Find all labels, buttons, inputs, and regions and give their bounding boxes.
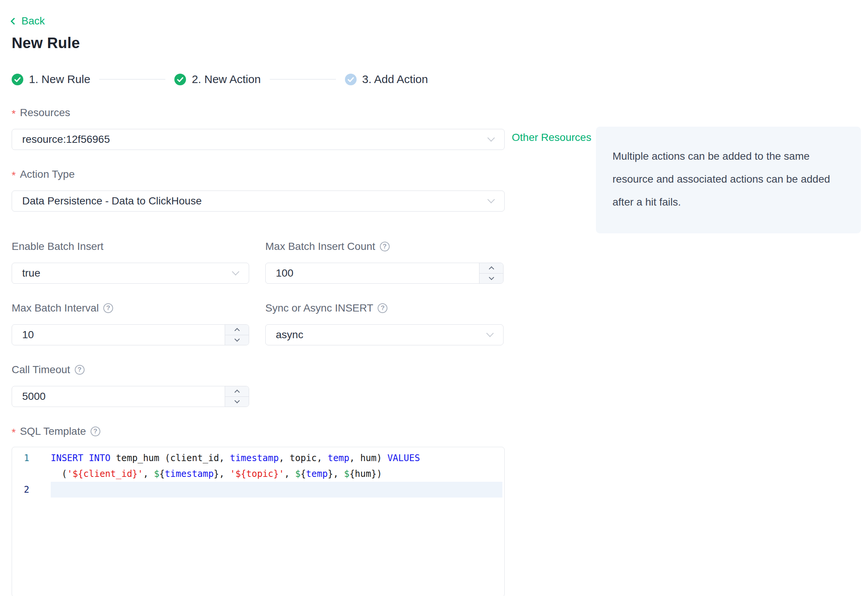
help-icon[interactable]: ?	[103, 303, 113, 313]
chevron-up-icon	[234, 328, 239, 333]
stepper-up-button[interactable]	[479, 263, 503, 274]
step-label: 2. New Action	[192, 73, 260, 86]
sync-or-async-value: async	[276, 329, 303, 341]
chevron-down-icon	[487, 196, 495, 203]
number-stepper	[479, 263, 503, 283]
step-new-rule: 1. New Rule	[12, 73, 90, 86]
new-rule-page: Back New Rule 1. New Rule 2. New Action …	[0, 0, 868, 596]
action-type-select-value: Data Persistence - Data to ClickHouse	[22, 195, 202, 207]
sync-or-async-label: Sync or Async INSERT ?	[265, 302, 504, 315]
line-number: 1	[12, 450, 29, 466]
step-connector	[270, 79, 336, 80]
chevron-up-icon	[488, 266, 494, 272]
max-batch-interval-input	[12, 324, 249, 345]
code-content: ('${client_id}', ${timestamp}, '${topic}…	[51, 466, 382, 482]
help-icon[interactable]: ?	[380, 242, 390, 251]
help-icon[interactable]: ?	[378, 303, 387, 313]
chevron-down-icon	[234, 398, 239, 403]
stepper-down-button[interactable]	[479, 274, 503, 284]
code-line: 1 INSERT INTO temp_hum (client_id, times…	[12, 450, 504, 466]
sync-or-async-select[interactable]: async	[265, 324, 504, 345]
enable-batch-insert-value: true	[22, 267, 40, 279]
number-stepper	[225, 386, 249, 407]
check-circle-icon	[12, 74, 23, 85]
other-resources-link[interactable]: Other Resources	[512, 132, 591, 144]
check-circle-pending-icon	[345, 74, 357, 85]
code-content: INSERT INTO temp_hum (client_id, timesta…	[51, 450, 420, 466]
back-link[interactable]: Back	[12, 15, 45, 27]
number-stepper	[225, 325, 249, 345]
back-label: Back	[21, 15, 45, 27]
chevron-down-icon	[234, 336, 239, 342]
help-icon[interactable]: ?	[75, 365, 85, 375]
info-card: Multiple actions can be added to the sam…	[596, 127, 861, 233]
chevron-down-icon	[487, 134, 495, 142]
max-batch-interval-label: Max Batch Interval ?	[12, 302, 249, 315]
chevron-left-icon	[11, 18, 17, 24]
step-add-action: 3. Add Action	[345, 73, 428, 86]
check-circle-icon	[174, 74, 186, 85]
call-timeout-label: Call Timeout ?	[12, 363, 249, 376]
resources-select[interactable]: resource:12f56965	[12, 129, 505, 150]
chevron-down-icon	[488, 275, 494, 280]
resources-select-value: resource:12f56965	[22, 133, 110, 145]
enable-batch-insert-select[interactable]: true	[12, 263, 249, 284]
max-batch-insert-count-label: Max Batch Insert Count ?	[265, 240, 504, 253]
code-line-wrapped: ('${client_id}', ${timestamp}, '${topic}…	[12, 466, 504, 482]
wizard-steps: 1. New Rule 2. New Action 3. Add Action	[12, 73, 505, 86]
required-asterisk: *	[12, 169, 16, 182]
enable-batch-insert-label: Enable Batch Insert	[12, 240, 249, 253]
stepper-up-button[interactable]	[225, 386, 249, 397]
sql-template-editor[interactable]: 1 INSERT INTO temp_hum (client_id, times…	[12, 447, 505, 596]
step-label: 3. Add Action	[362, 73, 428, 86]
step-label: 1. New Rule	[29, 73, 90, 86]
code-line-active: 2	[12, 482, 504, 498]
chevron-up-icon	[234, 390, 239, 395]
max-batch-interval-value[interactable]	[12, 325, 225, 345]
required-asterisk: *	[12, 427, 16, 439]
step-connector	[99, 79, 165, 80]
line-number-active: 2	[12, 482, 29, 498]
active-line-highlight	[51, 482, 502, 498]
page-title: New Rule	[12, 35, 505, 51]
stepper-down-button[interactable]	[225, 335, 249, 345]
call-timeout-input	[12, 386, 249, 407]
info-note-text: Multiple actions can be added to the sam…	[612, 145, 844, 213]
action-type-select[interactable]: Data Persistence - Data to ClickHouse	[12, 191, 505, 212]
action-type-label: * Action Type	[12, 168, 505, 181]
help-icon[interactable]: ?	[91, 427, 100, 436]
chevron-down-icon	[232, 268, 239, 275]
max-batch-insert-count-value[interactable]	[266, 263, 479, 283]
stepper-down-button[interactable]	[225, 397, 249, 407]
stepper-up-button[interactable]	[225, 325, 249, 335]
sql-template-label: * SQL Template ?	[12, 425, 505, 438]
resources-label: * Resources	[12, 106, 505, 119]
chevron-down-icon	[486, 330, 494, 337]
required-asterisk: *	[12, 108, 16, 120]
call-timeout-value[interactable]	[12, 386, 225, 407]
max-batch-insert-count-input	[265, 263, 504, 284]
step-new-action: 2. New Action	[174, 73, 260, 86]
